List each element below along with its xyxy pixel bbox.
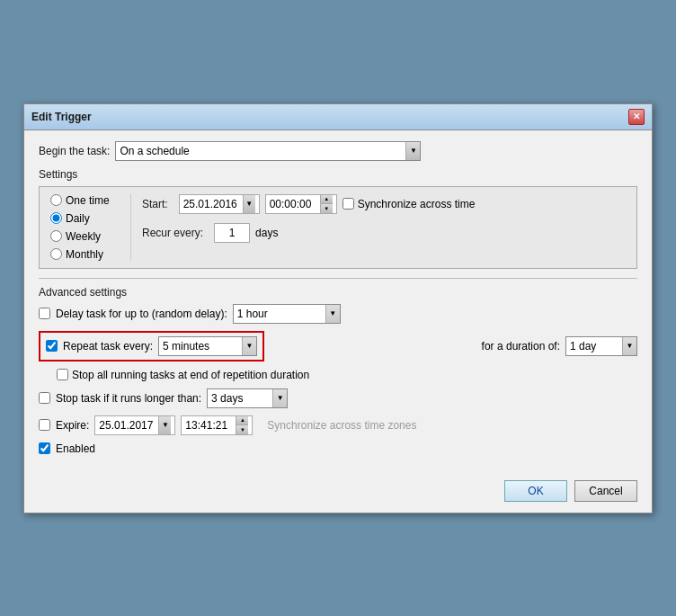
title-bar: Edit Trigger ✕ bbox=[24, 104, 652, 130]
begin-task-label: Begin the task: bbox=[39, 145, 110, 157]
start-time-field[interactable]: 00:00:00 ▲ ▼ bbox=[265, 194, 337, 214]
stop-repetition-label: Stop all running tasks at end of repetit… bbox=[72, 369, 309, 381]
radio-weekly-label: Weekly bbox=[66, 230, 101, 243]
sync-area: Synchronize across time bbox=[342, 198, 476, 210]
expire-time-spinner[interactable]: ▲ ▼ bbox=[236, 416, 248, 434]
stop-longer-dropdown-arrow[interactable]: ▼ bbox=[272, 388, 287, 408]
repeat-checkbox[interactable] bbox=[46, 340, 58, 352]
duration-dropdown-arrow[interactable]: ▼ bbox=[622, 336, 636, 356]
repeat-label: Repeat task every: bbox=[63, 340, 153, 353]
button-row: OK Cancel bbox=[24, 473, 652, 513]
duration-group: for a duration of: 1 day ▼ bbox=[482, 336, 637, 356]
delay-dropdown[interactable]: 1 hour ▼ bbox=[233, 304, 341, 324]
delay-value: 1 hour bbox=[234, 308, 325, 320]
radio-daily-input[interactable] bbox=[50, 212, 62, 224]
expire-label: Expire: bbox=[56, 419, 89, 432]
start-date-value: 25.01.2016 bbox=[183, 198, 237, 210]
delay-checkbox[interactable] bbox=[39, 308, 50, 319]
time-spinner-up[interactable]: ▲ bbox=[321, 195, 333, 205]
start-date-field[interactable]: 25.01.2016 ▼ bbox=[179, 194, 260, 214]
settings-label: Settings bbox=[39, 168, 637, 181]
repeat-dropdown[interactable]: 5 minutes ▼ bbox=[158, 336, 257, 356]
divider bbox=[39, 278, 637, 279]
sync-checkbox[interactable] bbox=[342, 198, 354, 210]
radio-one-time-label: One time bbox=[66, 194, 110, 207]
radio-one-time[interactable]: One time bbox=[50, 194, 121, 207]
recur-input[interactable]: 1 bbox=[214, 223, 250, 243]
start-label: Start: bbox=[142, 198, 168, 210]
enabled-checkbox[interactable] bbox=[39, 442, 50, 454]
begin-task-value: On a schedule bbox=[120, 145, 189, 157]
stop-longer-checkbox[interactable] bbox=[39, 392, 50, 404]
radio-weekly[interactable]: Weekly bbox=[50, 230, 121, 243]
date-picker-btn[interactable]: ▼ bbox=[243, 195, 255, 213]
repeat-row: Repeat task every: 5 minutes ▼ for a dur… bbox=[39, 331, 637, 362]
expire-date-value: 25.01.2017 bbox=[99, 419, 153, 432]
delay-row: Delay task for up to (random delay): 1 h… bbox=[39, 304, 637, 324]
advanced-label: Advanced settings bbox=[39, 286, 637, 299]
advanced-section: Advanced settings Delay task for up to (… bbox=[39, 286, 637, 455]
start-row: Start: 25.01.2016 ▼ 00:00:00 ▲ ▼ bbox=[142, 194, 626, 214]
settings-content: Start: 25.01.2016 ▼ 00:00:00 ▲ ▼ bbox=[131, 194, 626, 261]
expire-date-field[interactable]: 25.01.2017 ▼ bbox=[94, 415, 175, 435]
begin-task-dropdown[interactable]: On a schedule ▼ bbox=[115, 141, 421, 161]
expire-row: Expire: 25.01.2017 ▼ 13:41:21 ▲ ▼ Synchr… bbox=[39, 415, 637, 435]
duration-value: 1 day bbox=[566, 340, 622, 353]
expire-date-btn[interactable]: ▼ bbox=[158, 416, 171, 434]
radio-daily[interactable]: Daily bbox=[50, 212, 121, 225]
stop-longer-row: Stop task if it runs longer than: 3 days… bbox=[39, 388, 637, 408]
stop-longer-value: 3 days bbox=[208, 392, 272, 405]
recur-unit: days bbox=[255, 227, 278, 239]
repeat-box: Repeat task every: 5 minutes ▼ bbox=[39, 331, 264, 362]
expire-checkbox[interactable] bbox=[39, 419, 50, 431]
radio-monthly-input[interactable] bbox=[50, 248, 62, 260]
expire-time-field[interactable]: 13:41:21 ▲ ▼ bbox=[181, 415, 253, 435]
begin-task-arrow[interactable]: ▼ bbox=[405, 142, 420, 160]
edit-trigger-dialog: Edit Trigger ✕ Begin the task: On a sche… bbox=[23, 103, 653, 513]
expire-time-spinner-down[interactable]: ▼ bbox=[236, 425, 248, 434]
radio-daily-label: Daily bbox=[66, 212, 90, 225]
recur-row: Recur every: 1 days bbox=[142, 223, 626, 243]
radio-weekly-input[interactable] bbox=[50, 230, 62, 242]
radio-one-time-input[interactable] bbox=[50, 194, 62, 206]
begin-task-row: Begin the task: On a schedule ▼ bbox=[39, 141, 637, 161]
ok-button[interactable]: OK bbox=[504, 480, 567, 502]
sync-label: Synchronize across time bbox=[358, 198, 476, 210]
repeat-dropdown-arrow[interactable]: ▼ bbox=[242, 336, 256, 356]
repeat-value: 5 minutes bbox=[159, 340, 242, 353]
cancel-button[interactable]: Cancel bbox=[574, 480, 637, 502]
stop-repetition-row: Stop all running tasks at end of repetit… bbox=[57, 369, 637, 381]
dialog-body: Begin the task: On a schedule ▼ Settings… bbox=[24, 130, 652, 473]
delay-dropdown-arrow[interactable]: ▼ bbox=[325, 304, 340, 324]
expire-sync-label: Synchronize across time zones bbox=[267, 419, 416, 432]
duration-dropdown[interactable]: 1 day ▼ bbox=[565, 336, 637, 356]
duration-label: for a duration of: bbox=[482, 340, 560, 353]
settings-box: One time Daily Weekly Monthly Start: bbox=[39, 186, 637, 269]
expire-time-spinner-up[interactable]: ▲ bbox=[236, 416, 248, 426]
radio-monthly-label: Monthly bbox=[66, 248, 103, 261]
expire-time-value: 13:41:21 bbox=[185, 419, 227, 432]
enabled-row: Enabled bbox=[39, 442, 637, 455]
time-spinner-down[interactable]: ▼ bbox=[321, 204, 333, 213]
radio-group: One time Daily Weekly Monthly bbox=[50, 194, 131, 261]
time-spinner[interactable]: ▲ ▼ bbox=[320, 195, 333, 213]
radio-monthly[interactable]: Monthly bbox=[50, 248, 121, 261]
close-button[interactable]: ✕ bbox=[628, 109, 645, 125]
stop-repetition-checkbox[interactable] bbox=[57, 369, 68, 380]
stop-longer-label: Stop task if it runs longer than: bbox=[56, 392, 201, 405]
stop-longer-dropdown[interactable]: 3 days ▼ bbox=[207, 388, 288, 408]
start-time-value: 00:00:00 bbox=[270, 198, 312, 210]
enabled-label: Enabled bbox=[56, 442, 95, 455]
dialog-title: Edit Trigger bbox=[31, 111, 92, 123]
delay-label: Delay task for up to (random delay): bbox=[56, 308, 227, 320]
recur-label: Recur every: bbox=[142, 227, 203, 239]
